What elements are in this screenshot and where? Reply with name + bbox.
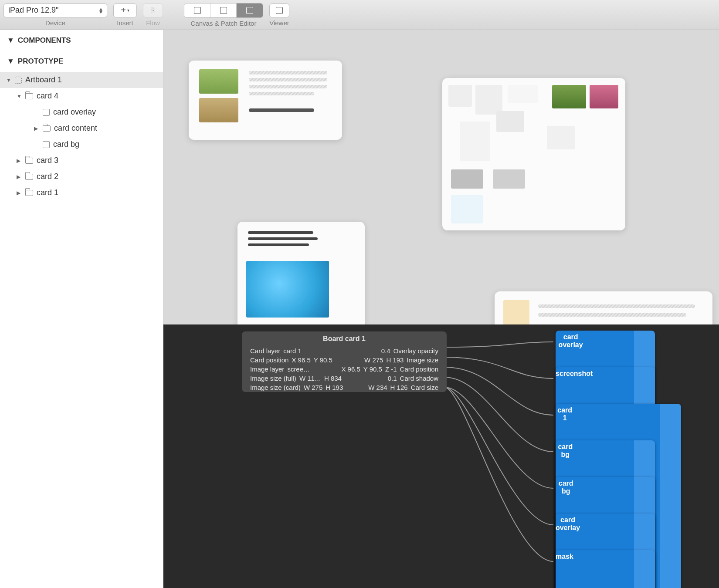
port-label: Overlay opacity [393,347,438,355]
sidebar: ▼ COMPONENTS ▼ PROTOTYPE ▼ Artboard 1 ▼ … [0,30,163,588]
group-icon [25,174,33,180]
port-value: 0.1 [388,375,397,382]
patch-title: mask [556,550,573,588]
insert-group: + ▾ Insert [113,3,137,27]
patch-node-board-card[interactable]: Board card 1 Card layercard 10.4Overlay … [242,331,447,392]
chevron-down-icon: ▼ [7,36,14,45]
thumbnail [590,85,618,108]
group-icon [25,158,33,164]
thumbnail [503,300,529,324]
canvas-mode-1[interactable] [184,3,210,17]
canvas-card[interactable] [189,61,342,140]
canvas-card[interactable] [495,291,712,324]
text-placeholder [249,92,314,95]
chevron-down-icon: ▾ [127,8,129,13]
patch-node-mask[interactable]: mask [556,550,655,588]
layer-icon [43,141,50,148]
chevron-right-icon: ▶ [17,174,22,180]
flow-group: ⎘ Flow [143,3,163,27]
text-placeholder [249,85,327,88]
layer-card4[interactable]: ▼ card 4 [0,88,163,104]
thumbnail-image [199,98,238,122]
canvas[interactable] [163,30,719,324]
layer-label: card 2 [37,172,58,181]
group-icon [25,190,33,196]
patch-row[interactable]: Card layercard 10.4Overlay opacity [242,346,447,355]
layer-card2[interactable]: ▶ card 2 [0,169,163,185]
viewer-icon [276,7,283,14]
port-label: Card size [411,384,438,391]
port-label: Card position [250,356,288,364]
layer-icon [43,109,50,116]
thumbnail [451,169,483,189]
canvas-icon [194,7,201,14]
port-label: Card shadow [400,375,438,382]
group-icon [25,93,33,99]
chevron-down-icon: ▼ [7,57,14,66]
toolbar: iPad Pro 12.9" ▴▾ Device + ▾ Insert ⎘ Fl… [0,0,719,30]
port-value: 0.4 [381,347,390,355]
artboard-icon [15,77,22,84]
layer-label: card overlay [53,108,96,117]
device-label: Device [45,19,65,27]
components-label: COMPONENTS [18,36,71,45]
port-label: Card position [400,365,438,373]
group-icon [43,125,51,132]
port-label: Card layer [250,347,280,355]
layer-card-bg[interactable]: card bg [0,136,163,152]
patch-type-icon [634,550,655,588]
canvas-group: Canvas & Patch Editor [184,3,263,27]
text-placeholder [538,313,686,317]
layer-label: card 3 [37,156,58,165]
insert-label: Insert [117,19,133,27]
layer-card-overlay[interactable]: card overlay [0,104,163,120]
insert-button[interactable]: + ▾ [113,3,137,17]
layer-card-content[interactable]: ▶ card content [0,120,163,136]
handwriting [248,231,313,234]
patch-row[interactable]: Image size (full)W 11…H 8340.1Card shado… [242,374,447,383]
canvas-mode-2[interactable] [210,3,237,17]
thumbnail [451,195,483,223]
handwriting [248,237,318,240]
thumbnail [547,126,575,149]
prototype-label: PROTOTYPE [18,57,64,66]
prototype-header[interactable]: ▼ PROTOTYPE [0,51,163,72]
thumbnail [493,169,525,189]
port-value: card 1 [283,347,302,355]
thumbnail [496,111,524,132]
layer-card1[interactable]: ▶ card 1 [0,185,163,201]
viewer-button[interactable] [269,3,289,17]
patch-editor[interactable]: Board card 1 Card layercard 10.4Overlay … [163,324,719,588]
layer-card3[interactable]: ▶ card 3 [0,152,163,169]
patch-row[interactable]: Image size (card)W 275H 193W 234H 126Car… [242,383,447,392]
layer-artboard[interactable]: ▼ Artboard 1 [0,72,163,88]
device-group: iPad Pro 12.9" ▴▾ Device [3,3,107,27]
layer-label: card bg [53,140,79,149]
layer-label: Artboard 1 [25,75,62,84]
canvas-label: Canvas & Patch Editor [191,20,257,27]
components-header[interactable]: ▼ COMPONENTS [0,30,163,51]
layer-label: card 1 [37,188,58,197]
patch-title: Board card 1 [242,331,447,346]
patch-type-icon [660,404,681,588]
device-select[interactable]: iPad Pro 12.9" ▴▾ [3,3,107,17]
viewer-label: Viewer [269,19,289,27]
layer-label: card content [54,124,97,133]
map-thumbnail [246,261,329,318]
port-label: Image size (full) [250,375,296,382]
select-arrows-icon: ▴▾ [99,7,102,14]
chevron-right-icon: ▶ [34,125,39,132]
chevron-right-icon: ▶ [17,190,22,196]
thumbnail [552,85,586,108]
patch-row[interactable]: Card positionX 96.5Y 90.5W 275H 193Image… [242,355,447,365]
layer-label: card 4 [37,91,58,101]
patch-row[interactable]: Image layerscree…X 96.5Y 90.5Z -1Card po… [242,365,447,374]
thumbnail-image [199,69,238,94]
canvas-card[interactable] [237,222,365,324]
thumbnail [475,85,502,115]
split-icon [246,7,253,14]
canvas-mode-3[interactable] [237,3,263,17]
device-value: iPad Pro 12.9" [8,6,58,15]
chevron-right-icon: ▶ [17,158,22,164]
canvas-card[interactable] [442,78,625,230]
